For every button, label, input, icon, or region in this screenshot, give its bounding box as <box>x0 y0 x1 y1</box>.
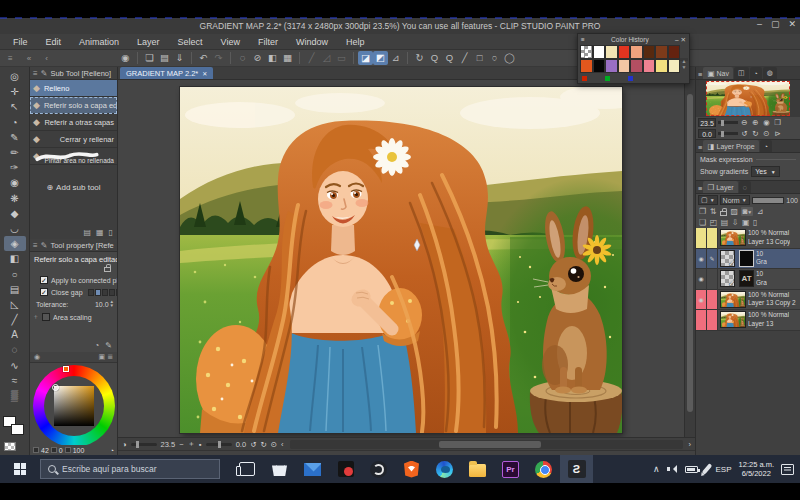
zoom-slider[interactable] <box>131 443 157 446</box>
layer-row[interactable]: 100 % NormalLayer 13 Copy <box>696 228 800 249</box>
pen-icon[interactable] <box>701 463 712 475</box>
layer-row[interactable]: ◉✎✓10Gra <box>696 249 800 270</box>
tab-layer[interactable]: ❐Layer <box>703 181 737 193</box>
settings-icon[interactable]: ✎ <box>105 341 112 350</box>
ruler-tool[interactable]: ╱ <box>4 312 26 327</box>
taskbar-app-obs[interactable] <box>362 455 395 483</box>
tone-curve-on-icon[interactable]: ◩ <box>373 51 388 65</box>
menu-help[interactable]: Help <box>337 37 374 47</box>
lock-alpha-icon[interactable]: ▨ <box>730 207 738 216</box>
color-wheel[interactable] <box>33 365 115 447</box>
ellipse-tool-icon[interactable]: ◯ <box>502 51 517 65</box>
menu-select[interactable]: Select <box>169 37 212 47</box>
circle-tool-icon[interactable]: ○ <box>487 51 502 65</box>
crop-icon[interactable]: ▦ <box>280 51 295 65</box>
selection-tool[interactable]: ▒ <box>4 388 26 403</box>
nav-rotate-value[interactable]: 0.0 <box>698 129 716 138</box>
language-indicator[interactable]: ESP <box>716 465 732 474</box>
rotate-view-icon[interactable]: ↻ <box>412 51 427 65</box>
subtool-item[interactable]: ◆Pintar área no rellenada <box>30 148 117 165</box>
line-tool-icon[interactable]: ╱ <box>457 51 472 65</box>
tab-icon2[interactable]: ≣ <box>107 353 113 360</box>
open-file-icon[interactable]: ▤ <box>157 51 172 65</box>
expander-icon[interactable]: ＋ <box>32 312 39 322</box>
subtool-group-relleno[interactable]: ◆Relleno <box>30 80 117 97</box>
opacity-value[interactable]: 100 <box>786 197 798 204</box>
new-subtool-icon[interactable]: ▦ <box>96 228 104 237</box>
pen-tool[interactable]: ✎ <box>4 130 26 145</box>
maximize-button[interactable]: ▢ <box>771 19 780 29</box>
perspective-ruler-icon[interactable]: ◿ <box>319 51 334 65</box>
taskbar-search[interactable]: Escribe aquí para buscar <box>40 459 220 479</box>
sv-square[interactable] <box>54 386 94 426</box>
menu-layer[interactable]: Layer <box>128 37 169 47</box>
panel-menu-icon[interactable]: ≡ <box>698 143 702 152</box>
lock-icon[interactable] <box>104 267 111 272</box>
panel-menu-icon[interactable]: ≡ <box>33 69 38 78</box>
checkbox-area-scaling[interactable] <box>42 313 50 321</box>
layer-row[interactable]: ◉✓AT10Gra <box>696 269 800 290</box>
figure-tool[interactable]: ○ <box>4 266 26 281</box>
volume-icon[interactable] <box>667 465 678 474</box>
tint-swatch-2[interactable] <box>707 228 718 248</box>
taskbar-app-mail[interactable] <box>296 455 329 483</box>
layer-thumbnail[interactable] <box>720 291 746 308</box>
nav-reset-icon[interactable]: ⊙ <box>762 129 771 138</box>
nav-flip-icon[interactable]: ❐ <box>773 118 782 127</box>
lock-layer-icon[interactable] <box>720 211 727 216</box>
mask-icon[interactable]: ◙▼ <box>741 207 753 216</box>
zoom-fit-icon[interactable]: ▪ <box>199 440 202 449</box>
canvas[interactable] <box>180 87 622 433</box>
text-tool[interactable]: A <box>4 327 26 342</box>
zoom-in-icon[interactable]: ＋ <box>188 439 196 449</box>
subtool-item[interactable]: ◆Referir solo a capa editada <box>30 97 117 114</box>
nav-zoom-value[interactable]: 23.5 <box>698 118 716 127</box>
dial-icon[interactable]: ◔ <box>110 447 114 454</box>
correct-line-tool[interactable]: ∿ <box>4 358 26 373</box>
tint-swatch[interactable] <box>696 228 707 248</box>
close-gap-segments[interactable] <box>88 289 117 296</box>
new-layer-icon[interactable]: ❏ <box>699 218 706 227</box>
zoom-out-icon[interactable]: − <box>179 440 183 449</box>
tab-icon[interactable]: ▣ <box>99 353 106 360</box>
nav-toggle-icon[interactable]: ◑ <box>122 440 127 449</box>
nav-rotate-ccw-icon[interactable]: ↺ <box>740 129 749 138</box>
nav-zoom-in-icon[interactable]: ⊕ <box>751 118 760 127</box>
menu-animation[interactable]: Animation <box>70 37 128 47</box>
csp-logo-icon[interactable]: ◉ <box>118 51 133 65</box>
rotate-cw-icon[interactable]: ↻ <box>260 440 266 449</box>
panel-menu-icon[interactable]: ≡ <box>33 241 38 250</box>
tint-swatch-2[interactable] <box>707 269 718 289</box>
add-sub-tool[interactable]: ⊕Add sub tool <box>30 165 117 226</box>
frame-border-tool[interactable]: ▤ <box>4 282 26 297</box>
back-icon[interactable]: ‹ <box>45 54 48 63</box>
eyedropper-tool[interactable]: ◔ <box>4 115 26 130</box>
edit-icon[interactable]: ✎ <box>707 249 718 269</box>
brush-tool[interactable]: ✑ <box>4 160 26 175</box>
nav-zoom-out-icon[interactable]: ⊖ <box>740 118 749 127</box>
sub-color-swatch[interactable] <box>11 424 24 435</box>
tab-close-icon[interactable]: ✕ <box>202 70 207 77</box>
horizontal-scrollbar-thumb[interactable] <box>439 441 541 448</box>
nav-zoom-slider[interactable] <box>718 121 738 124</box>
merge-down-icon[interactable]: ⇩ <box>732 218 739 227</box>
color-swatch[interactable] <box>630 59 643 73</box>
panel-menu-icon[interactable]: ≡ <box>698 184 702 193</box>
checkbox-close-gap[interactable]: ✓ <box>40 288 48 296</box>
blend-tool[interactable]: ◡ <box>4 221 26 236</box>
taskbar-app-chrome[interactable] <box>527 455 560 483</box>
layer-mask-icon[interactable]: ▣ <box>742 218 750 227</box>
liquify-tool[interactable]: ≈ <box>4 373 26 388</box>
tab-layer-search[interactable]: ◌ <box>739 181 751 193</box>
color-swatch[interactable] <box>668 45 681 59</box>
subtool-item[interactable]: ◆Referir a otras capas <box>30 114 117 131</box>
horizontal-scrollbar[interactable] <box>290 440 683 449</box>
rotate-slider[interactable] <box>206 443 232 446</box>
navigator-thumbnail[interactable] <box>706 81 790 116</box>
taskbar-app-movies[interactable] <box>329 455 362 483</box>
taskbar-app-file-explorer[interactable] <box>461 455 494 483</box>
tab-animation[interactable]: ◔ <box>760 140 772 152</box>
tab-navigator[interactable]: ▣Nav <box>703 67 733 79</box>
vertical-scrollbar-thumb[interactable] <box>687 94 693 412</box>
blend-mode-dropdown[interactable]: Norm▼ <box>720 195 750 205</box>
